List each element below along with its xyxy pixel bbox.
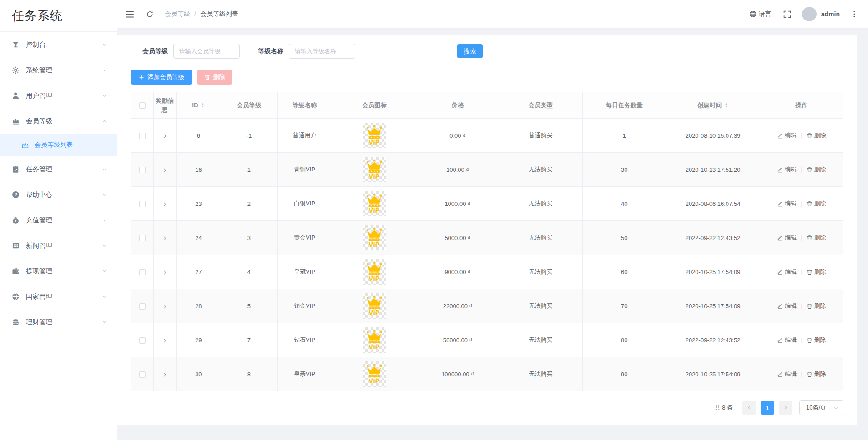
row-checkbox[interactable] [139, 303, 146, 310]
header-actions: 操作 [760, 92, 843, 119]
delete-button[interactable]: 删除 [807, 166, 826, 173]
sidebar-item-member-level[interactable]: 会员等级 [0, 108, 117, 134]
sidebar-item-news[interactable]: 新闻管理 [0, 233, 117, 258]
avatar[interactable] [802, 7, 817, 21]
chevron-down-icon [102, 192, 107, 197]
sidebar-item-withdraw[interactable]: 提现管理 [0, 258, 117, 284]
cell-level: 1 [221, 153, 278, 187]
expand-row-icon[interactable] [162, 235, 168, 241]
prev-page-button[interactable] [742, 401, 756, 415]
delete-button[interactable]: 删除 [807, 302, 826, 309]
sidebar-item-finance[interactable]: 理财管理 [0, 309, 117, 335]
more-options-icon[interactable] [851, 10, 858, 18]
sidebar-item-help[interactable]: 帮助中心 [0, 182, 117, 207]
delete-button[interactable]: 删除 [807, 336, 826, 343]
row-checkbox[interactable] [139, 201, 146, 207]
sort-caret-icon[interactable] [724, 102, 729, 108]
chevron-down-icon [102, 167, 107, 172]
cell-daily: 80 [583, 323, 666, 357]
expand-row-icon[interactable] [162, 270, 168, 275]
crown-outline-icon [21, 141, 29, 149]
sidebar-item-recharge[interactable]: 充值管理 [0, 207, 117, 233]
chevron-up-icon [102, 119, 107, 124]
sidebar-item-country[interactable]: 国家管理 [0, 284, 117, 309]
edit-icon [777, 303, 783, 309]
language-switcher[interactable]: 语言 [749, 10, 772, 18]
trash-icon [807, 303, 812, 309]
row-checkbox[interactable] [139, 235, 146, 241]
sidebar-item-tasks[interactable]: 任务管理 [0, 156, 117, 182]
expand-row-icon[interactable] [162, 133, 168, 139]
row-checkbox[interactable] [139, 371, 146, 378]
edit-button[interactable]: 编辑 [777, 132, 797, 139]
sidebar-item-users[interactable]: 用户管理 [0, 83, 117, 108]
chevron-down-icon [102, 243, 107, 248]
expand-row-icon[interactable] [162, 201, 168, 207]
edit-button[interactable]: 编辑 [777, 302, 797, 309]
edit-icon [777, 235, 783, 241]
action-separator: | [801, 302, 802, 309]
sidebar-item-console[interactable]: 控制台 [0, 32, 117, 57]
sidebar-item-member-level-list[interactable]: 会员等级列表 [0, 134, 117, 156]
username[interactable]: admin [821, 10, 840, 18]
vip-crown-icon: VIP [363, 191, 386, 216]
header-member-level: 会员等级 [221, 92, 278, 119]
trash-icon [807, 235, 812, 241]
task-icon [12, 165, 20, 173]
cell-daily: 40 [583, 187, 666, 221]
header-id[interactable]: ID [176, 92, 221, 119]
sort-caret-icon[interactable] [200, 102, 205, 108]
cell-type: 普通购买 [499, 119, 583, 153]
table-row: 30 8 皇亲VIP VIP 100000.00 ₫ 无法购买 90 2020-… [131, 357, 843, 391]
next-page-button[interactable] [779, 401, 792, 415]
cell-price: 1000.00 ₫ [417, 187, 499, 221]
refresh-icon[interactable] [146, 10, 154, 18]
row-checkbox[interactable] [139, 269, 146, 275]
edit-button[interactable]: 编辑 [777, 336, 797, 343]
header-created-at[interactable]: 创建时间 [666, 92, 760, 119]
row-checkbox[interactable] [139, 337, 146, 344]
cell-daily: 70 [583, 289, 666, 323]
cell-name: 白银VIP [277, 187, 332, 221]
expand-row-icon[interactable] [162, 167, 168, 173]
expand-row-icon[interactable] [162, 304, 168, 310]
breadcrumb-current: 会员等级列表 [200, 10, 238, 18]
delete-button[interactable]: 删除 [807, 234, 826, 241]
breadcrumb-member-level[interactable]: 会员等级 [165, 10, 190, 18]
fullscreen-icon[interactable] [783, 10, 791, 18]
delete-button[interactable]: 删除 [807, 132, 826, 139]
row-checkbox[interactable] [139, 133, 146, 139]
action-separator: | [801, 336, 802, 343]
select-all-checkbox[interactable] [139, 102, 146, 109]
page-size-select[interactable]: 10条/页 [799, 400, 843, 415]
trash-icon [807, 201, 812, 207]
level-name-input[interactable] [289, 44, 355, 59]
add-member-level-button[interactable]: 添加会员等级 [131, 70, 192, 85]
table-row: 29 7 钻石VIP VIP 50000.00 ₫ 无法购买 80 2022-0… [131, 323, 843, 357]
trash-icon [807, 371, 812, 377]
expand-row-icon[interactable] [162, 338, 168, 344]
edit-button[interactable]: 编辑 [777, 234, 797, 241]
edit-button[interactable]: 编辑 [777, 370, 797, 377]
member-level-input[interactable] [173, 44, 240, 59]
cell-id: 27 [176, 255, 221, 289]
expand-row-icon[interactable] [162, 372, 168, 378]
delete-button[interactable]: 删除 [807, 268, 826, 275]
bulk-delete-button[interactable]: 删除 [197, 70, 232, 85]
delete-button[interactable]: 删除 [807, 200, 826, 207]
search-button[interactable]: 搜索 [457, 44, 483, 58]
header-checkbox-cell [131, 92, 154, 119]
action-separator: | [801, 234, 802, 241]
hamburger-menu-icon[interactable] [126, 10, 134, 19]
edit-button[interactable]: 编辑 [777, 200, 797, 207]
edit-button[interactable]: 编辑 [777, 268, 797, 275]
sidebar-item-system[interactable]: 系统管理 [0, 57, 117, 83]
cell-level: 3 [221, 221, 278, 255]
page-number-active[interactable]: 1 [761, 401, 774, 415]
row-checkbox[interactable] [139, 167, 146, 173]
topbar: 会员等级 / 会员等级列表 语言 admin [117, 0, 868, 29]
vip-crown-icon: VIP [363, 327, 386, 353]
delete-button[interactable]: 删除 [807, 370, 826, 377]
edit-button[interactable]: 编辑 [777, 166, 797, 173]
moneybag-icon [12, 216, 20, 224]
